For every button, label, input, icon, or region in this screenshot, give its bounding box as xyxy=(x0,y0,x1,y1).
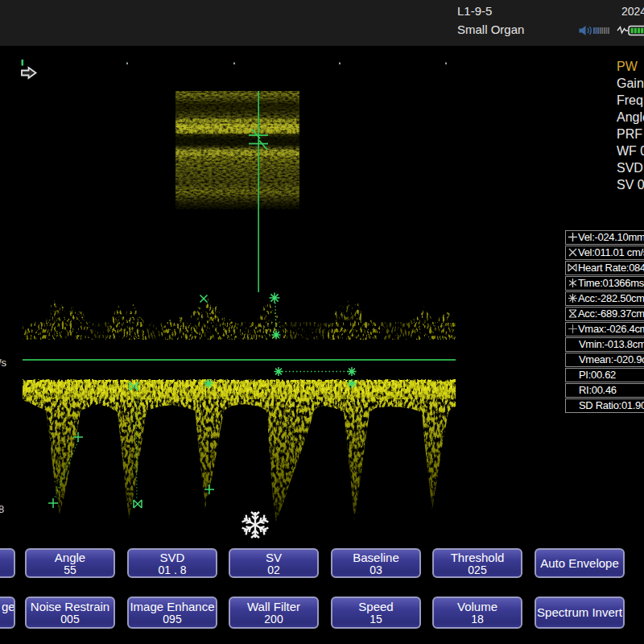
svg-text:/s: /s xyxy=(0,357,7,369)
svg-text:8: 8 xyxy=(0,503,4,515)
